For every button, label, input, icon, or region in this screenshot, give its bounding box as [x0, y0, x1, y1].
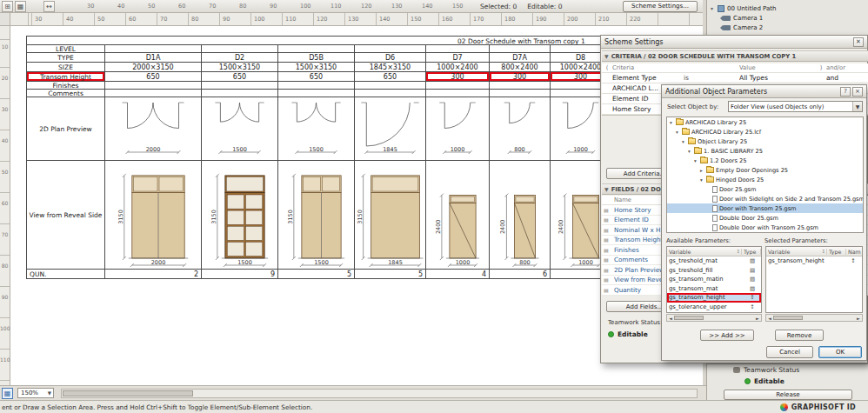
expand-arrow-icon[interactable]: ▾ — [676, 130, 682, 135]
cell-finishes-D2[interactable] — [202, 82, 278, 90]
expand-arrow-icon[interactable]: ▾ — [711, 5, 718, 11]
cell-qty-D6[interactable]: 5 — [355, 270, 426, 279]
row-label-comments[interactable]: Comments — [27, 90, 105, 97]
cell-plan-D7[interactable]: 1000 — [426, 97, 490, 161]
tree-item[interactable]: Door with Transom 25.gsm — [667, 203, 863, 213]
available-list-hscrollbar[interactable]: ◄► — [666, 314, 762, 322]
tree-item[interactable]: Double Door with Transom 25.gsm — [667, 223, 863, 232]
criteria-row[interactable]: Element TypeisAll Typesand — [602, 73, 868, 83]
teamwork-status-header[interactable]: Teamwork Status — [707, 364, 868, 376]
criteria-operator[interactable]: is — [684, 74, 739, 82]
cell-finishes-D1A[interactable] — [105, 82, 202, 90]
cell-size-D6[interactable]: 1845×3150 — [355, 63, 426, 72]
field-label[interactable]: Transom Height — [614, 236, 663, 243]
params-dialog-titlebar[interactable]: Additional Object Parameters ? × — [662, 85, 866, 98]
field-label[interactable]: Home Story — [614, 206, 651, 214]
tree-item[interactable]: Door 25.gsm — [667, 184, 863, 194]
parameter-row[interactable]: gs_treshold_fill▤ — [667, 266, 761, 276]
chevron-down-icon[interactable]: ▼ — [48, 390, 53, 396]
object-library-tree[interactable]: ▾ARCHICAD Library 25▾ARCHICAD Library 25… — [666, 117, 864, 233]
ok-button[interactable]: OK — [818, 346, 862, 358]
cell-type-D5B[interactable]: D5B — [278, 53, 355, 63]
cell-type-D2[interactable]: D2 — [202, 53, 278, 63]
criteria-name[interactable]: Element Type — [612, 74, 684, 82]
cell-comments-D7[interactable] — [426, 90, 490, 97]
tree-item-label[interactable]: 1.2 Doors 25 — [710, 157, 746, 164]
navigator-item-label[interactable]: Camera 1 — [733, 15, 763, 22]
row-label-qty[interactable]: QUN. — [27, 270, 105, 279]
tree-item[interactable]: ▾1.2 Doors 25 — [667, 156, 863, 165]
sort-icon[interactable]: ↕ — [736, 249, 740, 254]
parameter-row[interactable]: gs_transom_matin▨ — [667, 275, 761, 284]
sort-icon[interactable]: ↕ — [821, 249, 825, 254]
scrollbar-thumb[interactable] — [773, 316, 803, 320]
chevron-down-icon[interactable]: ▼ — [852, 102, 862, 111]
expand-arrow-icon[interactable]: ▾ — [700, 177, 706, 183]
navigator-item-label[interactable]: 00 Untitled Path — [727, 5, 776, 12]
criteria-andor[interactable]: and — [826, 74, 859, 82]
cell-size-D1A[interactable]: 2000×3150 — [105, 63, 202, 72]
select-object-dropdown[interactable]: Folder View (used Objects only) ▼ — [728, 101, 863, 112]
navigator-item[interactable]: Camera 1 — [707, 13, 868, 23]
close-icon[interactable]: ✕ — [853, 37, 864, 47]
row-label-plan[interactable]: 2D Plan Preview — [27, 97, 105, 161]
tree-item-label[interactable]: Object Library 25 — [698, 138, 747, 145]
scroll-left-icon[interactable]: ◄ — [667, 316, 674, 321]
cell-elevation-D7[interactable]: 24001000 — [426, 161, 490, 270]
cell-finishes-D6[interactable] — [355, 82, 426, 90]
tree-item[interactable]: ▾1. BASIC LIBRARY 25 — [667, 146, 863, 156]
tree-item-label[interactable]: Hinged Doors 25 — [716, 177, 764, 183]
cell-type-D7[interactable]: D7 — [426, 53, 490, 63]
cell-plan-D6[interactable]: 1845 — [355, 97, 426, 161]
cell-level-D5B[interactable] — [278, 45, 355, 53]
tree-item-label[interactable]: Door 25.gsm — [719, 186, 756, 193]
cell-level-D1A[interactable] — [105, 45, 202, 53]
graphisoft-id[interactable]: GRAPHISOFT ID — [780, 403, 856, 411]
cell-size-D2[interactable]: 1500×3150 — [202, 63, 278, 72]
canvas-hscrollbar[interactable] — [61, 389, 698, 398]
row-label-level[interactable]: LEVEL — [27, 45, 105, 53]
schedule-preview-icon[interactable]: ▦ — [15, 1, 26, 12]
row-label-transom[interactable]: Transom Height — [27, 72, 105, 82]
expand-arrow-icon[interactable]: ▸ — [700, 168, 706, 173]
tree-item[interactable]: ▾Hinged Doors 25 — [667, 175, 863, 184]
cell-finishes-D5B[interactable] — [278, 82, 355, 90]
cell-qty-D2[interactable]: 9 — [202, 270, 278, 279]
cell-elevation-D5B[interactable]: 31501500 — [278, 161, 355, 270]
cell-finishes-D7A[interactable] — [490, 82, 551, 90]
parameter-row[interactable]: gs_transom_mat▨ — [667, 284, 761, 294]
scheme-settings-button[interactable]: Scheme Settings... — [623, 1, 698, 12]
scheme-dialog-titlebar[interactable]: Scheme Settings ✕ — [601, 36, 867, 49]
cell-level-D7A[interactable] — [490, 45, 551, 53]
criteria-panel-header[interactable]: ▼ CRITERIA / 02 DOOR SCHEDULE WITH TRANS… — [602, 50, 868, 62]
release-button[interactable]: Release — [724, 390, 852, 400]
row-label-size[interactable]: SIZE — [27, 63, 105, 72]
cell-plan-D7A[interactable]: 800 — [490, 97, 551, 161]
cell-size-D7A[interactable]: 800×2400 — [490, 63, 551, 72]
tree-item-label[interactable]: Double Door with Transom 25.gsm — [719, 224, 818, 231]
schedule-grid-icon[interactable]: ⊞ — [2, 1, 13, 12]
expand-arrow-icon[interactable]: ▾ — [694, 158, 700, 163]
selected-parameters-list[interactable]: Variable↕ Type Nam gs_transom_height↕ — [765, 246, 863, 313]
parameter-row[interactable]: gs_tolerance_upper↕ — [667, 303, 761, 312]
field-label[interactable]: Element ID — [614, 216, 649, 223]
parameter-row[interactable]: gs_transom_height↕ — [667, 293, 761, 303]
tree-item[interactable]: ▸Empty Door Openings 25 — [667, 165, 863, 175]
cell-qty-D5B[interactable]: 5 — [278, 270, 355, 279]
cell-comments-D7A[interactable] — [490, 90, 551, 97]
help-icon[interactable]: ? — [840, 87, 851, 97]
cell-level-D2[interactable] — [202, 45, 278, 53]
cell-transom-D7[interactable]: 300 — [426, 72, 490, 82]
criteria-value[interactable]: All Types — [739, 74, 816, 82]
tree-item-label[interactable]: 1. BASIC LIBRARY 25 — [704, 148, 763, 155]
row-label-type[interactable]: TYPE — [27, 53, 105, 63]
field-label[interactable]: Quantity — [614, 286, 641, 294]
scrollbar-thumb[interactable] — [674, 316, 704, 320]
close-icon[interactable]: × — [852, 87, 863, 97]
cell-comments-D2[interactable] — [202, 90, 278, 97]
cell-transom-D6[interactable]: 650 — [355, 72, 426, 82]
navigator-item[interactable]: ▾00 Untitled Path — [707, 3, 868, 13]
parameter-row[interactable]: gs_transom_height↕ — [766, 256, 862, 266]
cell-elevation-D6[interactable]: 31501845 — [355, 161, 426, 270]
cell-elevation-D1A[interactable]: 31502000 — [105, 161, 202, 270]
